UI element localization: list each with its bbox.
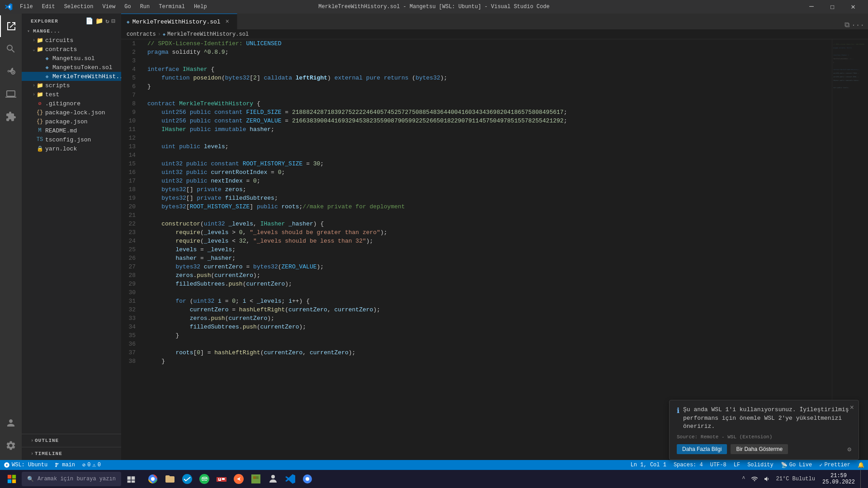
taskbar-spotify[interactable] (196, 471, 212, 487)
activity-search[interactable] (0, 38, 22, 60)
taskbar-browser-chrome[interactable] (145, 471, 161, 487)
file-gitignore[interactable]: ⊘ .gitignore (22, 99, 121, 108)
folder-scripts[interactable]: › 📁 scripts (22, 81, 121, 90)
file-tsconfig-json[interactable]: TS tsconfig.json (22, 135, 121, 144)
menu-view[interactable]: View (99, 3, 119, 11)
menu-terminal[interactable]: Terminal (155, 3, 189, 11)
clock-time: 21:59 (822, 473, 855, 479)
editor-layout-icon[interactable]: ⧉ (844, 21, 849, 29)
show-desktop[interactable] (860, 470, 864, 488)
svg-point-27 (271, 475, 275, 479)
sys-tray-audio[interactable] (762, 470, 773, 488)
status-language[interactable]: Solidity (744, 460, 777, 470)
line-numbers: 1 2 3 4 5 6 7 8 9 10 11 12 13 14 15 16 1 (121, 39, 144, 460)
taskbar-chrome2[interactable] (299, 471, 316, 487)
code-line-34: filledSubtrees.push(currentZero); (147, 323, 832, 331)
taskbar-telegram[interactable] (179, 471, 195, 487)
activity-run-debug[interactable] (0, 83, 22, 105)
file-merkle-tree-sol[interactable]: ◆ MerkleTreeWithHist... (22, 72, 121, 81)
file-mangetsu-token-sol[interactable]: ◆ MangetsuToken.sol (22, 63, 121, 72)
file-tsconfig-json-label: tsconfig.json (45, 136, 91, 143)
menu-run[interactable]: Run (137, 3, 154, 11)
activity-source-control[interactable] (0, 61, 22, 82)
status-notifications[interactable]: 🔔 (854, 460, 868, 470)
outline-label: OUTLINE (35, 438, 59, 443)
code-line-22: constructor(uint32 _levels, IHasher _has… (147, 220, 832, 228)
file-package-lock-json[interactable]: {} package-lock.json (22, 108, 121, 117)
file-package-json[interactable]: {} package.json (22, 117, 121, 126)
file-mangetsu-sol[interactable]: ◆ Mangetsu.sol (22, 54, 121, 63)
taskbar-person[interactable] (265, 471, 281, 487)
svg-rect-19 (217, 477, 226, 482)
taskbar-search[interactable]: 🔍 Aramak için buraya yazın (22, 472, 121, 486)
line-num-37: 37 (121, 348, 140, 357)
folder-circuits[interactable]: › 📁 circuits (22, 36, 121, 45)
tab-close-icon[interactable]: × (223, 18, 231, 26)
folder-test[interactable]: › 📁 test (22, 90, 121, 99)
code-line-25: levels = _levels; (147, 245, 832, 254)
collapse-all-icon[interactable]: ⊟ (112, 17, 116, 25)
code-content[interactable]: // SPDX-License-Identifier: UNLICENSED p… (144, 39, 832, 460)
menu-file[interactable]: File (16, 3, 37, 11)
sys-tray-weather[interactable]: 21°C Bulutlu (774, 470, 817, 488)
taskbar-npm[interactable] (213, 471, 230, 487)
menu-go[interactable]: Go (121, 3, 134, 11)
file-readme-md[interactable]: M README.md (22, 126, 121, 135)
activity-accounts[interactable] (0, 412, 22, 434)
taskbar-file-explorer[interactable] (162, 471, 178, 487)
status-branch[interactable]: main (51, 460, 79, 470)
status-spaces[interactable]: Spaces: 4 (670, 460, 707, 470)
minimize-button[interactable]: ─ (801, 0, 822, 14)
clock[interactable]: 21:59 25.09.2022 (819, 473, 859, 485)
line-num-31: 31 (121, 297, 140, 305)
notification-close-icon[interactable]: × (849, 404, 854, 412)
sys-tray-network[interactable] (749, 470, 760, 488)
code-line-19: bytes32[] private filledSubtrees; (147, 194, 832, 202)
taskbar-task-view[interactable] (123, 471, 139, 487)
menu-selection[interactable]: Selection (61, 3, 97, 11)
new-folder-icon[interactable]: 📁 (95, 17, 104, 25)
code-line-3 (147, 56, 832, 65)
menu-help[interactable]: Help (190, 3, 211, 11)
breadcrumb-contracts[interactable]: contracts (127, 31, 156, 38)
start-button[interactable] (4, 471, 20, 487)
status-encoding[interactable]: UTF-8 (707, 460, 730, 470)
code-line-18: bytes32[] private zeros; (147, 185, 832, 194)
status-spaces-label: Spaces: 4 (674, 462, 703, 468)
maximize-button[interactable]: ☐ (822, 0, 843, 14)
taskbar-postman[interactable] (231, 471, 247, 487)
taskbar-vscode[interactable] (282, 471, 298, 487)
svg-rect-13 (8, 479, 11, 483)
close-button[interactable]: ✕ (843, 0, 863, 14)
activity-settings[interactable] (0, 435, 22, 456)
code-line-33: zeros.push(currentZero); (147, 314, 832, 323)
notification-learn-more-button[interactable]: Daha Fazla Bilgi (677, 444, 727, 454)
notification-settings-icon[interactable]: ⚙ (848, 446, 851, 453)
clock-date: 25.09.2022 (822, 479, 855, 485)
new-file-icon[interactable]: 📄 (85, 17, 94, 25)
activity-extensions[interactable] (0, 106, 22, 127)
taskbar-minecraft[interactable] (248, 471, 264, 487)
more-actions-icon[interactable]: ··· (851, 21, 864, 29)
file-yarn-lock[interactable]: 🔒 yarn.lock (22, 144, 121, 153)
status-errors[interactable]: ⊘ 0 ⚠ 0 (79, 460, 104, 470)
code-line-17: uint32 public nextIndex = 0; (147, 177, 832, 185)
breadcrumb-file[interactable]: MerkleTreeWithHistory.sol (167, 31, 249, 38)
outline-header[interactable]: › OUTLINE (22, 436, 121, 445)
notification-dismiss-button[interactable]: Bir Daha Gösterme (731, 444, 788, 454)
file-package-lock-json-label: package-lock.json (45, 109, 105, 116)
status-position[interactable]: Ln 1, Col 1 (627, 460, 670, 470)
refresh-icon[interactable]: ↻ (105, 17, 109, 25)
svg-rect-25 (253, 476, 256, 479)
tab-merkle-tree[interactable]: ◆ MerkleTreeWithHistory.sol × (121, 14, 237, 29)
status-prettier[interactable]: ✓ Prettier (816, 460, 854, 470)
sys-tray-show-hidden[interactable]: ^ (740, 470, 747, 488)
folder-contracts[interactable]: ⌄ 📁 contracts (22, 45, 121, 54)
activity-explorer[interactable] (0, 15, 22, 37)
menu-edit[interactable]: Edit (38, 3, 59, 11)
project-root[interactable]: ▾ MANGE... (22, 27, 121, 36)
status-line-ending[interactable]: LF (730, 460, 744, 470)
timeline-header[interactable]: › TIMELINE (22, 449, 121, 458)
status-go-live[interactable]: 📡 Go Live (777, 460, 816, 470)
status-remote[interactable]: WSL: Ubuntu (0, 460, 51, 470)
